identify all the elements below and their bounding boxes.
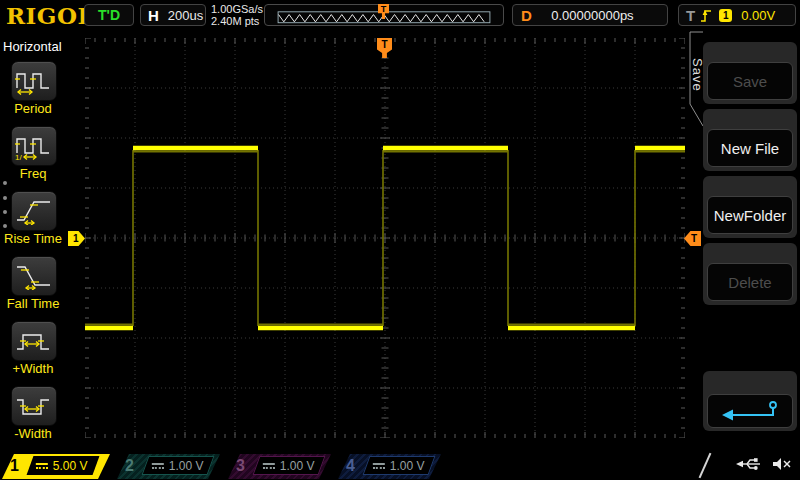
channel3-status-block[interactable]: 3 1.00 V	[228, 454, 331, 479]
trigger-status-badge: T'D	[84, 4, 134, 26]
measure-button-freq[interactable]: 1/	[11, 126, 57, 166]
delay-label: D	[521, 7, 532, 24]
graticule-grid	[85, 38, 685, 438]
waveform-display-area[interactable]	[85, 38, 685, 438]
timebase-value: 200us	[168, 8, 203, 23]
horizontal-label: H	[148, 7, 159, 24]
period-icon	[15, 67, 53, 95]
measure-label-freq: Freq	[0, 166, 66, 181]
menu-button-new-folder[interactable]: NewFolder	[707, 196, 793, 234]
timebase-badge: H 200us	[140, 4, 206, 26]
measure-label-fall-time: Fall Time	[0, 296, 66, 311]
channel1-number: 1	[10, 457, 19, 475]
channel4-scale: 1.00 V	[390, 459, 425, 473]
channel2-scale: 1.00 V	[169, 459, 204, 473]
freq-icon: 1/	[15, 132, 53, 160]
trigger-source-badge: 1	[719, 9, 732, 22]
dc-coupling-icon	[36, 463, 48, 469]
channel3-scale: 1.00 V	[280, 459, 315, 473]
return-arrow-icon	[719, 398, 781, 424]
plus-width-icon	[15, 327, 53, 355]
status-icon-tray	[736, 456, 792, 476]
measure-label-plus-width: +Width	[0, 361, 66, 376]
channel4-number: 4	[346, 457, 355, 475]
menu-button-delete[interactable]: Delete	[707, 263, 793, 301]
channel1-ground-marker[interactable]: 1	[68, 231, 85, 246]
measure-button-minus-width[interactable]	[11, 386, 57, 426]
channel3-scale-box: 1.00 V	[253, 456, 326, 475]
rising-edge-icon	[699, 7, 713, 24]
delay-badge: D 0.00000000ps	[512, 4, 668, 26]
measure-label-period: Period	[0, 101, 66, 116]
svg-text:1/: 1/	[15, 153, 22, 161]
measure-label-minus-width: -Width	[0, 426, 66, 441]
channel2-status-block[interactable]: 2 1.00 V	[117, 454, 220, 479]
channel2-scale-box: 1.00 V	[142, 456, 215, 475]
trigger-info-badge: T 1 0.00V	[678, 4, 796, 26]
delay-value: 0.00000000ps	[551, 8, 647, 23]
measure-button-fall-time[interactable]	[11, 256, 57, 296]
dc-coupling-icon	[373, 463, 385, 469]
measure-label-rise-time: Rise Time	[0, 231, 66, 246]
menu-button-save[interactable]: Save	[707, 62, 793, 100]
channel2-number: 2	[125, 457, 134, 475]
channel1-scale-box: 5.00 V	[27, 456, 100, 475]
measure-button-plus-width[interactable]	[11, 321, 57, 361]
minus-width-icon	[15, 392, 53, 420]
dc-coupling-icon	[152, 463, 164, 469]
measure-button-period[interactable]	[11, 61, 57, 101]
menu-page-dot	[3, 181, 7, 185]
usb-icon	[736, 456, 762, 472]
trigger-level-value: 0.00V	[741, 8, 775, 23]
oscilloscope-screen: RIGOL T'D H 200us 1.00GSa/s 2.40M pts T …	[0, 0, 800, 480]
menu-page-dot	[3, 210, 7, 214]
acquisition-info: 1.00GSa/s 2.40M pts	[211, 3, 263, 27]
speaker-muted-icon	[771, 456, 792, 472]
trigger-label: T	[686, 7, 695, 24]
statusbar-divider	[699, 453, 712, 478]
channel1-scale: 5.00 V	[53, 459, 88, 473]
channel4-status-block[interactable]: 4 1.00 V	[338, 454, 441, 479]
menu-page-dot	[3, 196, 7, 200]
channel4-scale-box: 1.00 V	[363, 456, 436, 475]
menu-button-back[interactable]	[707, 394, 793, 428]
rigol-logo: RIGOL	[6, 2, 94, 29]
dc-coupling-icon	[263, 463, 275, 469]
sidebar-title: Horizontal	[3, 39, 62, 54]
sample-rate: 1.00GSa/s	[211, 3, 263, 15]
channel3-number: 3	[236, 457, 245, 475]
measure-button-rise-time[interactable]	[11, 191, 57, 231]
trigger-level-marker[interactable]: T	[684, 231, 701, 246]
fall-time-icon	[15, 262, 53, 290]
memory-depth: 2.40M pts	[211, 15, 263, 27]
menu-page-dot	[3, 224, 7, 228]
channel1-status-block[interactable]: 1 5.00 V	[2, 454, 110, 479]
menu-button-new-file[interactable]: New File	[707, 129, 793, 167]
rise-time-icon	[15, 197, 53, 225]
trigger-status-text: T'D	[98, 7, 120, 23]
